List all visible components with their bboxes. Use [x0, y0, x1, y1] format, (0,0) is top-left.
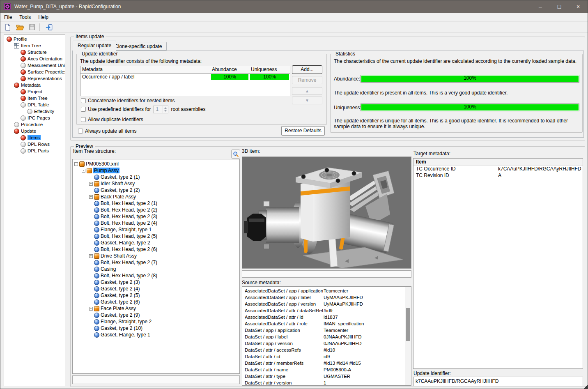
save-file-button[interactable] [27, 22, 37, 32]
profile-tree-item[interactable]: DPL Table [4, 101, 65, 108]
duplicate-identifiers-checkbox-row[interactable]: Allow duplicate identifiers [81, 116, 143, 123]
profile-tree-item[interactable]: Item Tree [4, 42, 65, 49]
item-tree-row[interactable]: Gasket, Flange, type 2 [73, 239, 239, 246]
source-metadata-row[interactable]: DataSet / app / label 0JNAAuPKJIlHFD [242, 334, 411, 340]
profile-tree-item[interactable]: DPL Parts [4, 147, 65, 154]
export-button[interactable] [44, 22, 54, 32]
source-metadata-row[interactable]: AssociatedDataSet / app / label UyMAAuPK… [242, 294, 411, 301]
tab-clone-specific-update[interactable]: Clone-specific update [110, 42, 167, 51]
source-metadata-row[interactable]: DataSet / app / application Teamcenter [242, 327, 411, 334]
spinner-arrows-icon[interactable] [163, 106, 168, 113]
item-tree-row[interactable]: Gasket, type 2 (9) [73, 312, 239, 318]
target-metadata-row[interactable]: TC Occurrence ID k7CAAuPKJIlHFD/RGCAAyRH… [413, 166, 583, 172]
predefined-identifiers-checkbox[interactable] [81, 107, 86, 112]
always-update-checkbox[interactable] [78, 129, 83, 134]
item-tree-row[interactable]: Casing [73, 266, 239, 272]
item-tree-row[interactable]: Flange, Straight, type 1 [73, 226, 239, 233]
source-metadata-row[interactable]: DataSet / attr / memberRefs #id13 #id14 … [242, 360, 411, 366]
source-metadata-scrollbar[interactable] [405, 287, 411, 385]
column-uniqueness[interactable]: Uniqueness [249, 66, 290, 73]
column-metadata[interactable]: Metadata [80, 66, 210, 73]
profile-tree-item[interactable]: Structure [4, 49, 65, 55]
item-tree-row[interactable]: Gasket, type 2 (6) [73, 299, 239, 305]
new-file-button[interactable] [2, 22, 13, 32]
source-metadata-row[interactable]: DataSet / attr / type UGMASTER [242, 373, 411, 380]
profile-tree-item[interactable]: Metadata [4, 82, 65, 88]
expander-icon[interactable]: + [89, 254, 93, 258]
metadata-table-row[interactable]: Occurrence / app / label 100% 100% [80, 74, 290, 81]
profile-tree-item[interactable]: Surface Properties [4, 69, 65, 75]
predefined-identifiers-checkbox-row[interactable]: Use predefined identifiers for 1 root as… [81, 106, 205, 113]
search-tree-button[interactable] [231, 150, 240, 159]
profile-tree-item[interactable]: Update [4, 128, 65, 134]
item-tree-row[interactable]: Gasket, type 2 (3) [73, 279, 239, 285]
item-tree-row[interactable]: Gasket, Flange, type 1 [73, 331, 239, 338]
source-metadata-row[interactable]: AssociatedDataSet / attr / dataSetRef #i… [242, 307, 411, 314]
profile-tree-item[interactable]: Axes Orientation [4, 55, 65, 62]
concatenate-identifiers-checkbox[interactable] [81, 98, 86, 103]
item-tree-row[interactable]: Bolt, Hex Head, type 2 (4) [73, 220, 239, 226]
expander-icon[interactable]: + [89, 182, 93, 186]
profile-tree-item[interactable]: Item Tree [4, 95, 65, 101]
close-button[interactable]: × [569, 0, 588, 13]
profile-tree-item[interactable]: Representations [4, 75, 65, 82]
profile-tree-item[interactable]: Effectivity [4, 108, 65, 115]
move-down-button[interactable]: ▼ [292, 97, 322, 104]
source-metadata-row[interactable]: AssociatedDataSet / app / application Te… [242, 288, 411, 294]
item-tree-row[interactable]: Gasket, type 2 (5) [73, 292, 239, 299]
profile-tree-item[interactable]: Profile [4, 36, 65, 42]
profile-tree-item[interactable]: DPL Rows [4, 141, 65, 147]
concatenate-identifiers-checkbox-row[interactable]: Concatenate identifiers for nested items [81, 97, 175, 104]
item-tree-row[interactable]: Bolt, Hex Head, type 2 (2) [73, 207, 239, 213]
item-tree-row[interactable]: + Drive Shaft Assy [73, 253, 239, 259]
target-metadata-row[interactable]: TC Revision ID A [413, 172, 583, 179]
move-up-button[interactable]: ▲ [292, 87, 322, 95]
item-tree-row[interactable]: Gasket, type 2 (10) [73, 325, 239, 331]
profile-tree-item[interactable]: Procedure [4, 121, 65, 128]
item-tree-row[interactable]: Gasket, type 2 (4) [73, 285, 239, 292]
item-tree-row[interactable]: Flange, Straight, type 2 [73, 318, 239, 325]
column-abundance[interactable]: Abundance [210, 66, 249, 73]
source-metadata-row[interactable]: DataSet / app / version 0JNAAuPKJIlHFD [242, 340, 411, 347]
menu-item[interactable]: Tools [16, 14, 34, 21]
scrollbar-thumb[interactable] [406, 308, 410, 341]
source-metadata-row[interactable]: DataSet / attr / id id9 [242, 353, 411, 360]
item-tree-row[interactable]: Bolt, Hex Head, type 2 (5) [73, 233, 239, 239]
item-tree-row[interactable]: + Back Plate Assy [73, 193, 239, 200]
source-metadata-row[interactable]: DataSet / attr / name PM005300-A [242, 366, 411, 373]
always-update-checkbox-row[interactable]: Always update all items [78, 127, 136, 135]
item-tree-row[interactable]: + Face Plate Assy [73, 305, 239, 312]
tab-regular-update[interactable]: Regular update [73, 41, 116, 51]
expander-icon[interactable]: - [74, 162, 78, 166]
item-tree-row[interactable]: + Idler Shaft Assy [73, 180, 239, 187]
source-metadata-row[interactable]: DataSet / attr / version 1 [242, 380, 411, 386]
profile-tree-item[interactable]: Project [4, 88, 65, 95]
add-button[interactable]: Add... [292, 65, 322, 74]
profile-tree-item[interactable]: Items [4, 134, 65, 141]
item-tree-row[interactable]: Gasket, type 2 (1) [73, 174, 239, 180]
minimize-button[interactable]: – [531, 0, 550, 13]
open-file-button[interactable] [14, 22, 25, 32]
profile-tree-item[interactable]: Measurement Units [4, 62, 65, 69]
item-tree-row[interactable]: - PM005300.xml [73, 161, 239, 167]
source-metadata-row[interactable]: DataSet / attr / accessRefs #id10 [242, 347, 411, 353]
maximize-button[interactable]: □ [550, 0, 569, 13]
expander-icon[interactable]: - [82, 169, 85, 173]
source-metadata-row[interactable]: AssociatedDataSet / app / version UyMAAu… [242, 301, 411, 307]
menu-item[interactable]: Help [34, 14, 52, 21]
menu-item[interactable]: File [0, 14, 16, 21]
item-tree-row[interactable]: Bolt, Hex Head, type 2 (1) [73, 200, 239, 207]
update-identifier-field[interactable]: k7CAAuPKJIlHFD/RGCAAyRHJIlHFD [413, 377, 583, 386]
expander-icon[interactable]: + [89, 307, 93, 311]
resize-grip[interactable] [583, 384, 588, 389]
item-tree-row[interactable]: Bolt, Hex Head, type 2 (8) [73, 272, 239, 279]
restore-defaults-button[interactable]: Restore Defaults [281, 126, 325, 136]
item-tree-row[interactable]: - Pump Assy [73, 167, 239, 174]
item-tree-row[interactable]: Bolt, Hex Head, type 2 (6) [73, 246, 239, 253]
remove-button[interactable]: Remove [292, 76, 322, 84]
profile-tree-item[interactable]: IPC Pages [4, 115, 65, 121]
expander-icon[interactable]: + [89, 195, 93, 199]
item-tree-row[interactable]: Gasket, type 2 (2) [73, 187, 239, 193]
duplicate-identifiers-checkbox[interactable] [81, 117, 86, 122]
source-metadata-row[interactable]: AssociatedDataSet / attr / role IMAN_spe… [242, 320, 411, 327]
